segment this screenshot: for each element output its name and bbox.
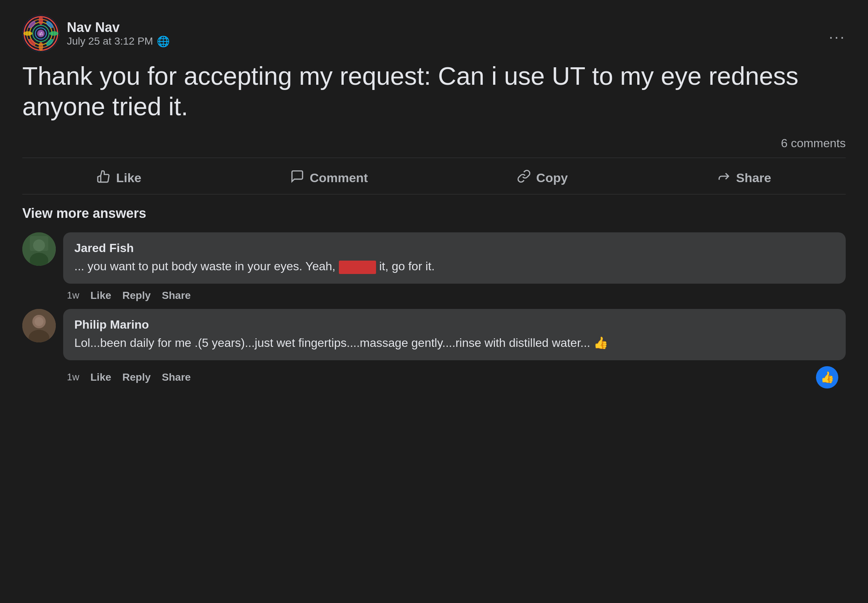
comment-icon bbox=[290, 169, 304, 187]
jared-avatar[interactable] bbox=[22, 232, 56, 266]
post-content: Thank you for accepting my request: Can … bbox=[22, 61, 846, 122]
jared-text-after: it, go for it. bbox=[376, 260, 435, 273]
jared-reply-button[interactable]: Reply bbox=[122, 290, 151, 302]
copy-label: Copy bbox=[536, 171, 568, 185]
comment-item: Philip Marino Lol...been daily for me .(… bbox=[22, 309, 846, 388]
post-meta: Nav Nav July 25 at 3:12 PM 🌐 bbox=[67, 20, 170, 48]
post-header: ॐ Nav Nav July 25 at 3:12 PM 🌐 ... bbox=[22, 15, 846, 52]
author-name[interactable]: Nav Nav bbox=[67, 20, 170, 35]
comments-section: Jared Fish ... you want to put body wast… bbox=[22, 232, 846, 388]
philip-share-button[interactable]: Share bbox=[162, 371, 191, 383]
svg-point-7 bbox=[39, 42, 43, 51]
philip-author[interactable]: Philip Marino bbox=[74, 318, 834, 332]
svg-point-6 bbox=[39, 16, 43, 25]
jared-text-before: ... you want to put body waste in your e… bbox=[74, 260, 339, 273]
philip-comment-bubble: Philip Marino Lol...been daily for me .(… bbox=[63, 309, 846, 360]
top-divider bbox=[22, 158, 846, 158]
avatar-image: ॐ bbox=[22, 15, 59, 52]
copy-button[interactable]: Copy bbox=[509, 165, 575, 190]
author-avatar[interactable]: ॐ bbox=[22, 15, 59, 52]
comment-button[interactable]: Comment bbox=[283, 165, 375, 190]
share-label: Share bbox=[736, 171, 771, 185]
like-label: Like bbox=[116, 171, 141, 185]
post-timestamp: July 25 at 3:12 PM 🌐 bbox=[67, 35, 170, 48]
philip-reply-button[interactable]: Reply bbox=[122, 371, 151, 383]
comments-count[interactable]: 6 comments bbox=[22, 136, 846, 150]
philip-comment-text: Lol...been daily for me .(5 years)...jus… bbox=[74, 335, 834, 351]
jared-comment-text: ... you want to put body waste in your e… bbox=[74, 258, 834, 275]
more-options-button[interactable]: ... bbox=[829, 25, 846, 42]
philip-comment-actions: 1w Like Reply Share 👍 bbox=[63, 366, 846, 388]
philip-timestamp: 1w bbox=[67, 371, 79, 383]
philip-avatar[interactable] bbox=[22, 309, 56, 342]
svg-point-23 bbox=[35, 317, 43, 326]
philip-like-button[interactable]: Like bbox=[90, 371, 111, 383]
jared-comment-bubble: Jared Fish ... you want to put body wast… bbox=[63, 232, 846, 284]
svg-point-9 bbox=[49, 31, 59, 36]
svg-text:ॐ: ॐ bbox=[39, 31, 43, 36]
jared-timestamp: 1w bbox=[67, 290, 79, 301]
censored-word bbox=[339, 261, 376, 274]
svg-point-8 bbox=[23, 31, 32, 36]
like-button[interactable]: Like bbox=[89, 165, 149, 190]
reaction-button[interactable]: 👍 bbox=[816, 366, 838, 388]
jared-like-button[interactable]: Like bbox=[90, 290, 111, 302]
post-header-left: ॐ Nav Nav July 25 at 3:12 PM 🌐 bbox=[22, 15, 170, 52]
jared-comment-actions: 1w Like Reply Share bbox=[63, 290, 846, 302]
copy-icon bbox=[517, 169, 531, 187]
jared-share-button[interactable]: Share bbox=[162, 290, 191, 302]
share-button[interactable]: Share bbox=[709, 165, 779, 190]
jared-author[interactable]: Jared Fish bbox=[74, 241, 834, 255]
svg-rect-19 bbox=[30, 236, 48, 251]
like-icon bbox=[97, 169, 111, 187]
action-bar: Like Comment Copy Share bbox=[22, 162, 846, 195]
privacy-icon: 🌐 bbox=[157, 35, 170, 48]
share-icon bbox=[717, 169, 731, 187]
comment-item: Jared Fish ... you want to put body wast… bbox=[22, 232, 846, 302]
comment-label: Comment bbox=[310, 171, 368, 185]
view-more-answers[interactable]: View more answers bbox=[22, 206, 846, 221]
thumbs-up-icon: 👍 bbox=[820, 371, 834, 383]
